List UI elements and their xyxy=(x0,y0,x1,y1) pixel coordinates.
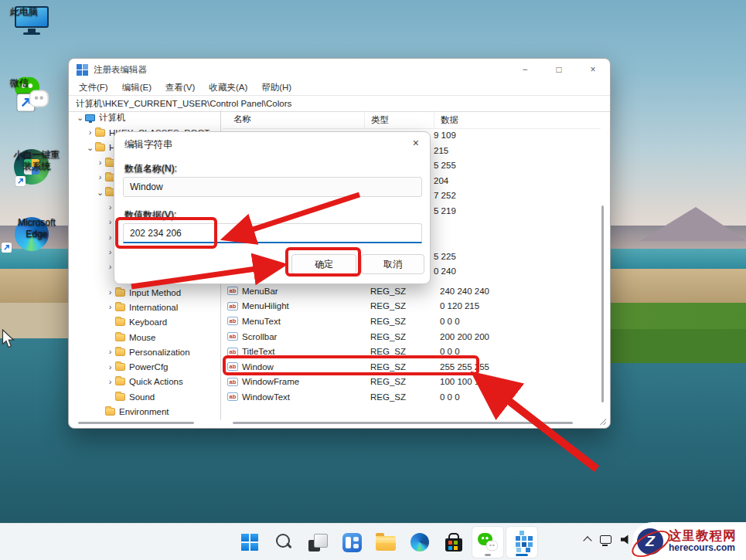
registry-value-row-partial[interactable]: 5 219 xyxy=(434,206,456,216)
chevron-right-icon[interactable]: › xyxy=(105,288,115,297)
taskbar-button-start[interactable] xyxy=(234,527,265,558)
menu-item-4[interactable]: 帮助(H) xyxy=(254,82,298,93)
resize-grip-icon[interactable] xyxy=(600,419,606,425)
menu-item-2[interactable]: 查看(V) xyxy=(158,82,202,93)
maximize-button[interactable]: □ xyxy=(542,59,576,80)
column-header-type[interactable]: 类型 xyxy=(364,110,389,129)
cancel-button[interactable]: 取消 xyxy=(361,254,424,274)
chevron-right-icon[interactable]: › xyxy=(95,158,105,167)
shortcut-arrow-icon xyxy=(2,243,12,253)
tree-item-quick-actions[interactable]: ›Quick Actions xyxy=(70,375,220,389)
chevron-right-icon[interactable]: › xyxy=(85,128,95,137)
value-name: Window xyxy=(242,362,274,372)
chevron-right-icon[interactable]: › xyxy=(95,173,105,182)
dialog-close-icon[interactable]: × xyxy=(413,137,419,149)
desktop-icon-edge[interactable]: Microsoft Edge xyxy=(0,217,63,251)
tree-item-powercfg[interactable]: ›PowerCfg xyxy=(70,359,220,374)
taskbar-icons xyxy=(234,527,537,558)
string-value-icon: ab xyxy=(227,348,238,356)
tree-item-international[interactable]: ›International xyxy=(70,300,220,314)
value-data: 0 0 0 xyxy=(440,347,460,356)
menu-item-3[interactable]: 收藏夹(A) xyxy=(202,82,254,93)
value-data: 100 100 100 xyxy=(440,377,489,386)
menu-item-0[interactable]: 文件(F) xyxy=(72,82,115,93)
column-header-data[interactable]: 数据 xyxy=(434,110,458,129)
registry-value-row-menuhilight[interactable]: abMenuHilightREG_SZ0 120 215 xyxy=(223,299,600,314)
tray-chevron-up-icon[interactable] xyxy=(583,536,591,545)
volume-icon[interactable] xyxy=(621,535,632,545)
close-button[interactable]: × xyxy=(576,59,610,80)
ok-button[interactable]: 确定 xyxy=(291,254,356,274)
chevron-down-icon[interactable]: ⌄ xyxy=(85,144,95,152)
chevron-right-icon[interactable]: › xyxy=(105,378,115,386)
tree-horizontal-scrollbar[interactable] xyxy=(78,422,194,424)
taskbar-button-store[interactable] xyxy=(438,527,469,558)
tree-item-sound[interactable]: Sound xyxy=(70,389,220,404)
tree-item-mouse[interactable]: Mouse xyxy=(70,330,220,344)
desktop-icon-this-pc[interactable]: 此电脑 xyxy=(0,6,63,36)
chevron-right-icon[interactable]: › xyxy=(105,348,115,356)
watermark-logo-icon: Z xyxy=(637,528,663,555)
string-value-icon: ab xyxy=(227,392,238,401)
taskbar-button-search[interactable] xyxy=(268,527,299,558)
chevron-right-icon[interactable]: › xyxy=(105,303,115,311)
registry-value-row-windowtext[interactable]: abWindowTextREG_SZ0 0 0 xyxy=(223,389,600,405)
string-value-icon: ab xyxy=(227,317,238,325)
registry-value-row-partial[interactable]: 215 xyxy=(434,146,448,155)
value-name-label: 数值名称(N): xyxy=(124,163,177,175)
taskbar-button-app-cube[interactable] xyxy=(506,527,537,558)
registry-value-row-partial[interactable]: 5 225 xyxy=(434,252,456,261)
chevron-down-icon[interactable]: ⌄ xyxy=(95,188,105,197)
title-bar: 注册表编辑器 − □ × xyxy=(69,59,610,80)
value-type: REG_SZ xyxy=(370,347,406,356)
value-name: MenuHilight xyxy=(242,301,289,311)
registry-value-row-scrollbar[interactable]: abScrollbarREG_SZ200 200 200 xyxy=(223,329,600,344)
tree-item-keyboard[interactable]: Keyboard xyxy=(70,315,220,330)
registry-value-row-menutext[interactable]: abMenuTextREG_SZ0 0 0 xyxy=(223,314,600,329)
watermark-domain: herecours.com xyxy=(669,543,737,554)
tree-item-input-method[interactable]: ›Input Method xyxy=(70,285,220,300)
minimize-button[interactable]: − xyxy=(508,59,542,80)
taskbar-button-file-explorer[interactable] xyxy=(370,527,401,558)
menu-item-1[interactable]: 编辑(E) xyxy=(115,82,158,93)
address-bar[interactable]: 计算机\HKEY_CURRENT_USER\Control Panel\Colo… xyxy=(69,96,610,112)
value-name: TitleText xyxy=(242,347,274,356)
value-name: MenuText xyxy=(242,317,281,326)
column-header-name[interactable]: 名称 xyxy=(233,114,251,125)
tree-item-label: Input Method xyxy=(129,288,181,297)
taskbar-button-edge[interactable] xyxy=(404,527,435,558)
vertical-scrollbar[interactable] xyxy=(601,205,604,402)
desktop-icon-wechat[interactable]: 微信 xyxy=(0,77,63,110)
wechat-icon xyxy=(478,533,498,552)
search-icon xyxy=(274,533,293,552)
folder-icon xyxy=(115,363,125,371)
value-data-field[interactable]: 202 234 206 xyxy=(123,223,422,243)
value-data: 200 200 200 xyxy=(440,332,489,341)
value-type: REG_SZ xyxy=(370,287,406,296)
desktop-icon-label: 微信 xyxy=(10,77,29,89)
taskbar-button-widgets[interactable] xyxy=(336,527,367,558)
registry-value-row-window[interactable]: abWindowREG_SZ255 255 255 xyxy=(223,359,600,375)
registry-value-row-menubar[interactable]: abMenuBarREG_SZ240 240 240 xyxy=(223,283,600,299)
tree-item-environment[interactable]: Environment xyxy=(70,404,220,419)
registry-value-row-partial[interactable]: 204 xyxy=(434,176,448,185)
registry-value-row-titletext[interactable]: abTitleTextREG_SZ0 0 0 xyxy=(223,344,600,359)
value-name-field[interactable]: Window xyxy=(123,177,422,197)
registry-value-row-windowframe[interactable]: abWindowFrameREG_SZ100 100 100 xyxy=(223,375,600,390)
registry-value-row-partial[interactable]: 5 255 xyxy=(434,161,456,170)
registry-value-row-partial[interactable]: 0 240 xyxy=(434,266,456,276)
desktop-icon-xiaobai[interactable]: 小白一键重装系统 xyxy=(0,149,63,185)
watermark: Z 这里教程网 herecours.com xyxy=(632,522,746,560)
taskbar-button-wechat[interactable] xyxy=(472,527,503,558)
chevron-right-icon[interactable]: › xyxy=(105,363,115,372)
value-type: REG_SZ xyxy=(370,392,406,402)
taskbar-button-task-view[interactable] xyxy=(302,527,333,558)
registry-value-row-partial[interactable]: 7 252 xyxy=(434,191,456,200)
registry-value-row-partial[interactable]: 9 109 xyxy=(434,131,456,140)
tree-item-personalization[interactable]: ›Personalization xyxy=(70,344,220,359)
network-icon[interactable] xyxy=(600,535,611,544)
chevron-down-icon[interactable]: ⌄ xyxy=(75,114,85,122)
tree-item-computer[interactable]: ⌄计算机 xyxy=(70,110,220,125)
tree-pane-bottom: ›Input Method›InternationalKeyboardMouse… xyxy=(70,285,220,419)
list-horizontal-scrollbar[interactable] xyxy=(233,422,573,424)
